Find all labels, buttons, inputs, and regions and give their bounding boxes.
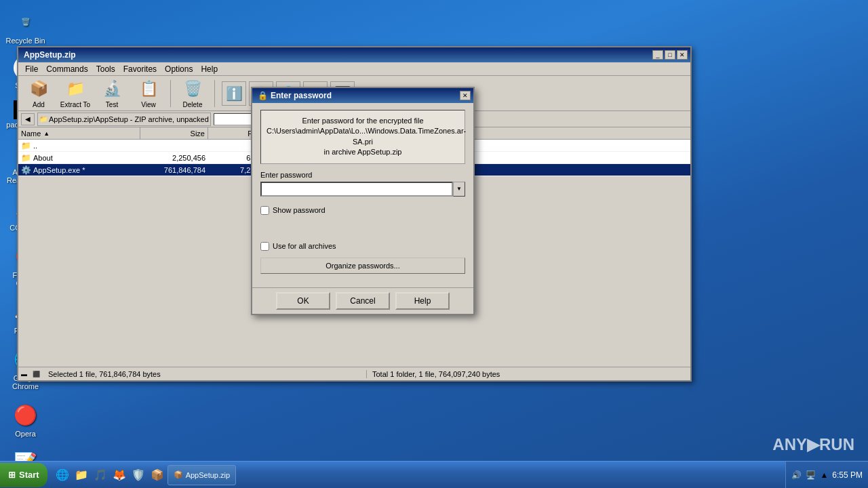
- dialog-titlebar: 🔒 Enter password ✕: [252, 88, 473, 103]
- dialog-body: Enter password for the encrypted file C:…: [252, 103, 473, 287]
- network-icon[interactable]: 🖥️: [806, 470, 816, 480]
- taskbar-winrar-icon[interactable]: 📦: [149, 466, 166, 484]
- use-for-all-label[interactable]: Use for all archives: [273, 242, 336, 250]
- password-input[interactable]: [260, 182, 453, 197]
- taskbar-antivirus-icon[interactable]: 🛡️: [130, 466, 147, 484]
- clock: 6:55 PM: [832, 470, 863, 480]
- start-button[interactable]: ⊞ Start: [0, 463, 47, 487]
- speaker-icon[interactable]: 🔊: [791, 470, 802, 480]
- dialog-info-line3: in archive AppSetup.zip: [267, 147, 459, 157]
- dialog-title: Enter password: [271, 91, 332, 100]
- dialog-overlay: 🔒 Enter password ✕ Enter password for th…: [0, 0, 868, 488]
- help-button[interactable]: Help: [395, 292, 450, 310]
- organize-passwords-button[interactable]: Organize passwords...: [260, 258, 465, 274]
- cancel-button[interactable]: Cancel: [336, 292, 390, 310]
- taskbar-winrar-label: AppSetup.zip: [186, 471, 230, 479]
- password-input-wrapper: ▼: [260, 182, 465, 197]
- show-password-checkbox[interactable]: [260, 206, 269, 215]
- windows-icon: ⊞: [8, 470, 16, 480]
- use-for-all-row: Use for all archives: [260, 242, 465, 251]
- taskbar-firefox-icon[interactable]: 🦊: [111, 466, 128, 484]
- taskbar-right: 🔊 🖥️ ▲ 6:55 PM: [785, 462, 868, 488]
- desktop: 🗑️ Recycle Bin S Skype pacificporta 📕 Ac…: [0, 0, 868, 488]
- taskbar: ⊞ Start 🌐 📁 🎵 🦊 🛡️ 📦 📦 AppSetup.zip 🔊 🖥️…: [0, 461, 868, 488]
- dialog-info-line1: Enter password for the encrypted file: [267, 116, 459, 126]
- taskbar-active-winrar[interactable]: 📦 AppSetup.zip: [167, 465, 236, 485]
- dialog-info: Enter password for the encrypted file C:…: [260, 110, 465, 164]
- taskbar-winrar-icon-active: 📦: [174, 470, 183, 479]
- use-for-all-checkbox[interactable]: [260, 242, 269, 251]
- taskbar-ie-icon[interactable]: 🌐: [54, 466, 71, 484]
- dialog-info-line2: C:\Users\admin\AppData\Lo...\Windows.Dat…: [267, 126, 459, 147]
- password-label: Enter password: [260, 171, 465, 179]
- ok-button[interactable]: OK: [276, 292, 330, 310]
- show-password-label[interactable]: Show password: [273, 206, 326, 214]
- spacer: [260, 222, 465, 242]
- taskbar-media-icon[interactable]: 🎵: [92, 466, 109, 484]
- password-dropdown-button[interactable]: ▼: [453, 182, 465, 197]
- dialog-close-button[interactable]: ✕: [460, 91, 471, 100]
- taskbar-folder-icon[interactable]: 📁: [73, 466, 90, 484]
- arrow-icon[interactable]: ▲: [820, 470, 828, 480]
- taskbar-programs: 🌐 📁 🎵 🦊 🛡️ 📦 📦 AppSetup.zip: [51, 465, 786, 485]
- dialog-buttons: OK Cancel Help: [252, 287, 473, 314]
- dialog-title-icon: 🔒: [258, 91, 268, 100]
- start-label: Start: [19, 470, 39, 480]
- password-dialog: 🔒 Enter password ✕ Enter password for th…: [251, 87, 475, 315]
- show-password-row: Show password: [260, 206, 465, 215]
